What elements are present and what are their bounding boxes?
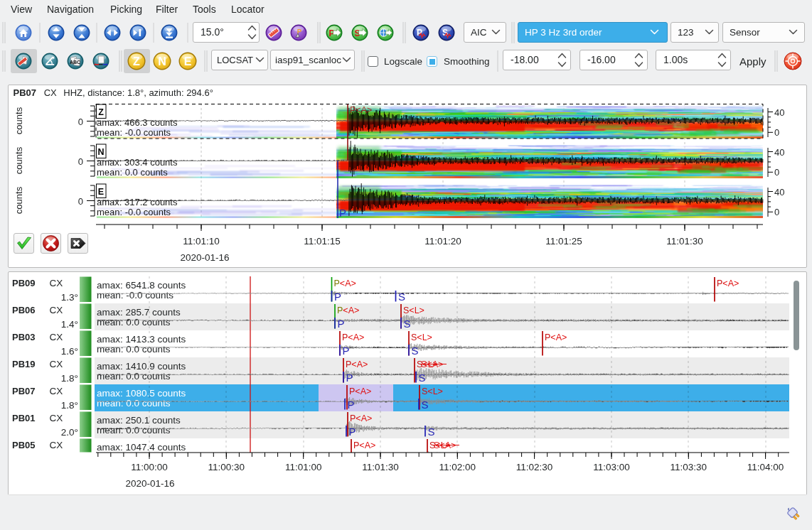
svg-text:S<L>: S<L>	[403, 305, 424, 315]
svg-text:1.8°: 1.8°	[61, 373, 78, 384]
svg-text:0: 0	[78, 117, 83, 127]
svg-text:mean: 0.0 counts: mean: 0.0 counts	[97, 425, 171, 436]
svg-text:P<A>: P<A>	[350, 413, 372, 423]
svg-text:E: E	[184, 55, 192, 67]
svg-text:0: 0	[774, 167, 779, 178]
svg-text:2.0°: 2.0°	[61, 427, 78, 438]
svg-text:Z: Z	[98, 107, 104, 117]
svg-text:P<A>: P<A>	[337, 305, 359, 315]
svg-text:11:01:30: 11:01:30	[362, 462, 399, 472]
svg-text:11:02:00: 11:02:00	[439, 462, 476, 472]
svg-text:E: E	[98, 187, 104, 197]
svg-text:P<A>: P<A>	[717, 278, 739, 288]
svg-text:mean: -0.0 counts: mean: -0.0 counts	[97, 290, 173, 301]
svg-text:11:04:00: 11:04:00	[747, 462, 784, 472]
svg-text:PB07 CX HHZ, distance: 1.8°, a: PB07 CX HHZ, distance: 1.8°, azimuth: 29…	[14, 87, 213, 98]
svg-text:mean: 0.0 counts: mean: 0.0 counts	[97, 371, 171, 382]
svg-text:mean: 0.0 counts: mean: 0.0 counts	[97, 167, 168, 178]
svg-text:1.3°: 1.3°	[61, 292, 78, 303]
svg-text:1.6°: 1.6°	[61, 346, 78, 357]
svg-text:CX: CX	[50, 413, 63, 423]
svg-text:11:01:25: 11:01:25	[545, 236, 582, 247]
svg-text:S: S	[422, 399, 429, 411]
svg-text:40: 40	[774, 187, 784, 198]
svg-text:1.8°: 1.8°	[61, 400, 78, 411]
svg-text:P: P	[338, 318, 345, 330]
svg-text:0: 0	[78, 156, 83, 167]
svg-text:S: S	[404, 318, 411, 330]
svg-text:PB03: PB03	[12, 332, 36, 342]
svg-text:CX: CX	[50, 305, 63, 315]
svg-text:mean: -0.0 counts: mean: -0.0 counts	[97, 207, 171, 217]
svg-text:mean: 0.0 counts: mean: 0.0 counts	[97, 344, 171, 355]
svg-text:0: 0	[78, 196, 83, 207]
svg-text:PB19: PB19	[12, 359, 36, 369]
svg-text:mean: -0.0 counts: mean: -0.0 counts	[97, 127, 171, 138]
svg-text:11:00:00: 11:00:00	[131, 462, 168, 472]
svg-text:P: P	[346, 372, 353, 384]
svg-text:2020-01-16: 2020-01-16	[180, 252, 229, 263]
svg-text:CX: CX	[50, 278, 63, 288]
svg-text:S<L>: S<L>	[422, 386, 443, 396]
svg-text:amax: 1047.4 counts: amax: 1047.4 counts	[97, 442, 186, 453]
svg-text:mean: 0.0 counts: mean: 0.0 counts	[97, 317, 171, 328]
svg-text:CX: CX	[50, 386, 63, 396]
svg-text:PB01: PB01	[12, 413, 36, 423]
svg-text:S: S	[428, 426, 435, 438]
svg-text:counts: counts	[14, 107, 24, 134]
svg-text:amax: 1413.3 counts: amax: 1413.3 counts	[97, 334, 186, 345]
svg-text:mean: 0.0 counts: mean: 0.0 counts	[97, 398, 171, 409]
svg-text:11:00:30: 11:00:30	[208, 462, 245, 472]
svg-text:11:01:15: 11:01:15	[304, 236, 341, 247]
svg-text:amax: 285.7 counts: amax: 285.7 counts	[97, 307, 181, 318]
svg-text:0: 0	[774, 207, 779, 217]
svg-text:11:01:30: 11:01:30	[666, 236, 703, 247]
svg-text:40: 40	[774, 107, 784, 118]
svg-text:P: P	[343, 345, 350, 357]
svg-text:CX: CX	[50, 332, 63, 342]
svg-text:11:01:20: 11:01:20	[424, 236, 461, 247]
svg-text:N: N	[158, 55, 166, 67]
svg-text:PB05: PB05	[12, 440, 36, 450]
svg-text:Z: Z	[133, 55, 140, 67]
svg-text:P<A>: P<A>	[353, 440, 375, 450]
svg-text:amax: 250.1 counts: amax: 250.1 counts	[97, 415, 181, 426]
svg-text:P<A>: P<A>	[349, 386, 371, 396]
svg-text:PB07: PB07	[12, 386, 36, 396]
svg-text:P: P	[339, 207, 346, 219]
svg-text:P<A>: P<A>	[342, 332, 364, 342]
svg-text:P<A>: P<A>	[346, 359, 368, 369]
svg-text:S: S	[412, 345, 419, 357]
svg-text:P<A>: P<A>	[334, 278, 356, 288]
svg-text:N: N	[97, 147, 104, 157]
svg-text:CX: CX	[50, 359, 63, 369]
svg-text:amax: 6541.8 counts: amax: 6541.8 counts	[97, 280, 186, 291]
svg-text:11:03:00: 11:03:00	[593, 462, 630, 472]
svg-text:2020-01-16: 2020-01-16	[125, 478, 174, 489]
svg-text:P<A>: P<A>	[350, 105, 372, 115]
svg-text:0: 0	[774, 127, 779, 138]
svg-text:1.4°: 1.4°	[61, 319, 78, 330]
svg-text:CX: CX	[50, 440, 63, 450]
svg-text:11:01:10: 11:01:10	[183, 236, 220, 247]
svg-text:counts: counts	[14, 186, 24, 214]
svg-text:ABC: ABC	[70, 60, 80, 65]
svg-text:11:02:30: 11:02:30	[516, 462, 553, 472]
svg-text:amax: 1410.9 counts: amax: 1410.9 counts	[97, 361, 186, 372]
svg-text:40: 40	[774, 147, 784, 158]
svg-text:amax: 1080.5 counts: amax: 1080.5 counts	[97, 388, 186, 399]
svg-text:11:03:30: 11:03:30	[671, 462, 707, 472]
svg-text:S<L>: S<L>	[411, 332, 432, 342]
svg-text:PB06: PB06	[12, 305, 36, 315]
svg-text:S: S	[419, 372, 426, 384]
svg-text:S: S	[398, 291, 405, 303]
svg-text:P: P	[349, 426, 356, 438]
svg-text:P<A>: P<A>	[545, 332, 567, 342]
svg-text:P: P	[334, 291, 341, 303]
svg-text:counts: counts	[14, 146, 24, 174]
svg-text:11:01:00: 11:01:00	[285, 462, 322, 472]
svg-text:PB09: PB09	[12, 278, 36, 288]
svg-text:P: P	[348, 399, 355, 411]
